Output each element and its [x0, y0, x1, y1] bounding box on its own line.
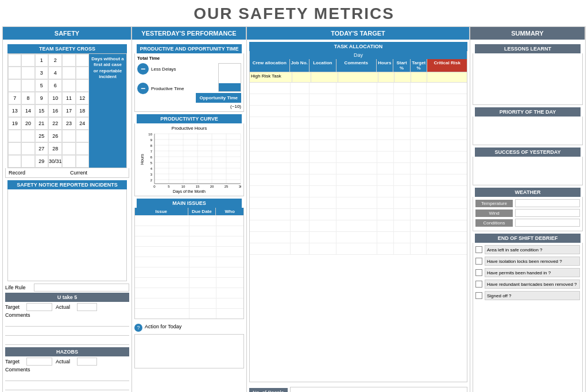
comment-line-3 — [5, 337, 129, 345]
cal-cell: 26 — [48, 130, 63, 142]
start-pct-header: Start % — [393, 59, 411, 72]
team-safety-cross-header: TEAM SAFETY CROSS — [7, 44, 127, 54]
priority-content — [473, 117, 583, 145]
summary-column: SUMMARY LESSONS LEARNT PRIORITY OF THE D… — [470, 27, 585, 392]
cal-cell: 28 — [48, 142, 63, 155]
today-column: TODAY'S TARGET TASK ALLOCATION Day Crew … — [247, 27, 470, 392]
hazobs-target-input[interactable] — [26, 358, 52, 366]
current-label: Current — [67, 168, 129, 177]
cal-cell — [8, 79, 21, 92]
u-take-5-header: U take 5 — [5, 293, 129, 302]
cal-cell: 18 — [76, 104, 89, 117]
less-delays-label: Less Delays — [151, 67, 176, 72]
cal-cell: 16 — [48, 104, 63, 117]
cal-cell: 3 — [35, 67, 48, 79]
safety-notice-content — [7, 189, 127, 281]
svg-text:30: 30 — [239, 185, 241, 188]
cal-cell: 21 — [35, 117, 48, 130]
svg-text:8: 8 — [150, 144, 153, 148]
conditions-input[interactable] — [515, 219, 580, 227]
cal-cell — [62, 155, 75, 168]
temperature-input[interactable] — [515, 199, 580, 207]
cal-cell: 13 — [8, 104, 21, 117]
cal-cell: 5 — [35, 79, 48, 92]
cal-cell — [8, 155, 21, 168]
yesterday-header: YESTERDAY'S PERFORMANCE — [132, 27, 246, 40]
debrief-checkbox-4[interactable] — [475, 281, 482, 288]
wind-input[interactable] — [515, 209, 580, 217]
today-header: TODAY'S TARGET — [247, 27, 470, 40]
life-rule-input[interactable] — [34, 284, 129, 292]
debrief-header: END OF SHIFT DEBRIEF — [475, 234, 581, 243]
wind-label: Wind — [475, 209, 513, 217]
action-label: Action for Today — [145, 324, 181, 329]
cal-cell: 1 — [35, 54, 48, 67]
debrief-item-2: Have isolation locks been removed ? — [485, 257, 580, 266]
hazobs-header: HAZOBS — [5, 347, 129, 356]
debrief-checkbox-3[interactable] — [475, 269, 482, 276]
debrief-item-4: Have redundant barricades been removed ? — [485, 280, 580, 289]
cal-cell: 23 — [62, 117, 75, 130]
debrief-checkbox-2[interactable] — [475, 258, 482, 265]
hazobs-actual-input[interactable] — [77, 358, 97, 366]
cal-cell: 15 — [35, 104, 48, 117]
main-issues-header: MAIN ISSUES — [137, 199, 242, 208]
issue-col-header: Issue — [135, 208, 188, 215]
cal-cell — [76, 130, 89, 142]
cal-cell — [21, 54, 34, 67]
action-input-area[interactable] — [134, 334, 244, 368]
cal-cell: 4 — [48, 67, 63, 79]
calendar-grid: 1 2 3 4 5 6 — [8, 54, 89, 168]
safety-column: SAFETY TEAM SAFETY CROSS 1 2 3 4 — [3, 27, 132, 392]
svg-text:2: 2 — [150, 178, 153, 182]
target-pct-header: Target % — [411, 59, 428, 72]
productivity-curve-header: PRODUCTIVITY CURVE — [137, 114, 242, 123]
svg-text:10: 10 — [181, 185, 185, 188]
debrief-checkbox-5[interactable] — [475, 292, 482, 299]
cal-cell — [76, 67, 89, 79]
cal-cell — [62, 79, 75, 92]
svg-text:9: 9 — [150, 138, 153, 142]
hours-axis-label: Hours — [137, 131, 144, 188]
lessons-header: LESSONS LEARNT — [475, 44, 581, 53]
cal-cell — [76, 155, 89, 168]
cal-cell — [21, 130, 34, 142]
total-time-label: Total Time — [137, 56, 241, 61]
critical-risk-header: Critical Risk — [427, 59, 467, 72]
actual-input[interactable] — [77, 303, 97, 311]
summary-header: SUMMARY — [470, 27, 585, 40]
conditions-label: Conditions — [475, 219, 513, 227]
days-of-month-label: Days of the Month — [137, 189, 241, 193]
svg-text:15: 15 — [196, 185, 200, 188]
svg-text:10: 10 — [148, 133, 152, 136]
no-people-input[interactable] — [290, 387, 467, 392]
productivity-chart: 10 9 8 7 6 5 4 3 2 0 5 10 15 20 — [144, 131, 241, 188]
cal-cell — [21, 79, 34, 92]
safety-header: SAFETY — [3, 27, 131, 40]
productive-hours-label: Productive Hours — [137, 126, 241, 131]
cal-cell — [76, 54, 89, 67]
who-col-header: Who — [216, 208, 243, 215]
high-risk-label: High Risk Task — [250, 72, 292, 82]
temperature-label: Temperature — [475, 200, 513, 207]
target-input[interactable] — [26, 303, 52, 311]
cal-cell — [62, 130, 75, 142]
actual-label: Actual — [56, 304, 76, 310]
priority-header: PRIORITY OF THE DAY — [475, 107, 581, 117]
hazobs-comments-label: Comments — [5, 367, 129, 372]
cal-cell — [76, 79, 89, 92]
minus-circle-1: − — [137, 63, 149, 75]
svg-text:7: 7 — [150, 150, 153, 153]
yesterday-column: YESTERDAY'S PERFORMANCE PRODUCTIVE AND O… — [132, 27, 247, 392]
safety-notice-header: SAFETY NOTICE REPORTED INCIDENTS — [7, 180, 127, 189]
debrief-checkbox-1[interactable] — [475, 246, 482, 253]
comment-line-2 — [5, 328, 129, 336]
target-label: Target — [5, 304, 25, 310]
cal-cell — [76, 142, 89, 155]
cal-cell — [8, 130, 21, 142]
debrief-item-1: Area left in safe condition ? — [485, 245, 580, 254]
minus-circle-2: − — [137, 83, 149, 94]
cal-cell — [21, 67, 34, 79]
location-header: Location — [310, 59, 336, 72]
crew-alloc-header: Crew allocation — [250, 59, 290, 72]
